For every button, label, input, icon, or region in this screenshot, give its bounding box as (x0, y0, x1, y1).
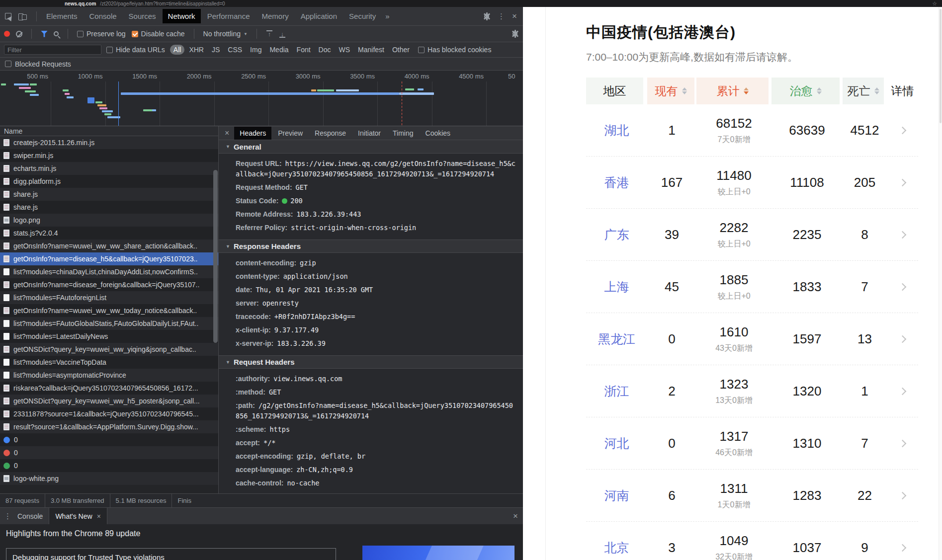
covid-table-row[interactable]: 广东 39 2282 较上日+0 2235 8 (586, 209, 918, 261)
devtools-tab[interactable]: Sources (123, 9, 162, 23)
region-link[interactable]: 河北 (586, 435, 647, 452)
region-link[interactable]: 河南 (586, 487, 647, 504)
device-toolbar-icon[interactable] (18, 12, 27, 20)
devtools-tab[interactable]: Memory (257, 9, 294, 23)
detail-cell[interactable] (887, 336, 918, 342)
has-blocked-cookies-checkbox[interactable] (418, 47, 425, 53)
covid-table-row[interactable]: 浙江 2 1323 13天0新增 1320 1 (586, 365, 918, 417)
covid-table-row[interactable]: 黑龙江 0 1610 43天0新增 1597 13 (586, 313, 918, 365)
network-request-row[interactable]: result?source=1&callback=AppPlatform.Sur… (0, 420, 218, 433)
covid-table-column-header[interactable]: 详情 (887, 78, 918, 104)
devtools-tab[interactable]: Security (343, 9, 381, 23)
network-request-row[interactable]: logo.png (0, 214, 218, 227)
drawer-menu-icon[interactable]: ⋮ (4, 512, 11, 521)
network-request-row[interactable]: share.js (0, 201, 218, 214)
detail-cell[interactable] (887, 545, 918, 551)
network-request-row[interactable]: swiper.min.js (0, 149, 218, 162)
network-request-row[interactable]: createjs-2015.11.26.min.js (0, 136, 218, 149)
network-request-row[interactable]: list?modules=chinaDayList,chinaDayAddLis… (0, 265, 218, 278)
network-request-row[interactable]: list?modules=FAutoforeignList (0, 291, 218, 304)
covid-table-row[interactable]: 河北 0 1317 46天0新增 1310 7 (586, 417, 918, 470)
devtools-tab[interactable]: Elements (41, 9, 83, 23)
network-request-row[interactable]: stats.js?v2.0.4 (0, 227, 218, 240)
region-link[interactable]: 浙江 (586, 383, 647, 400)
details-tab[interactable]: Preview (272, 127, 308, 140)
filter-funnel-icon[interactable] (41, 31, 48, 37)
network-request-row[interactable]: share.js (0, 188, 218, 201)
network-request-row[interactable]: list?modules=asymptomaticProvince (0, 369, 218, 382)
detail-cell[interactable] (887, 284, 918, 290)
request-headers-section-header[interactable]: ▼ Request Headers (219, 355, 523, 369)
more-options-icon[interactable]: ⋮ (498, 12, 505, 21)
network-request-row[interactable]: getONSDict?query_key=wuwei_ww_yiqing&jso… (0, 343, 218, 356)
detail-cell[interactable] (887, 180, 918, 185)
details-tab[interactable]: Response (309, 127, 351, 140)
preserve-log-checkbox[interactable] (77, 31, 84, 37)
network-request-row[interactable]: list?modules=LatestDailyNews (0, 330, 218, 343)
sort-arrows-icon[interactable] (744, 87, 749, 94)
resource-type-filter[interactable]: Font (293, 45, 314, 55)
network-request-row[interactable]: 0 (0, 459, 218, 472)
hide-data-urls-checkbox[interactable] (106, 47, 113, 53)
inspect-element-icon[interactable] (5, 12, 13, 20)
resource-type-filter[interactable]: Media (266, 45, 292, 55)
region-link[interactable]: 上海 (586, 279, 647, 295)
covid-table-row[interactable]: 上海 45 1885 较上日+0 1833 7 (586, 261, 918, 313)
covid-table-column-header[interactable]: 现有 (647, 78, 694, 104)
devtools-tab[interactable]: Application (295, 9, 343, 23)
sort-arrows-icon[interactable] (874, 87, 879, 94)
filter-input[interactable] (4, 45, 101, 55)
throttling-select[interactable]: No throttling ▼ (203, 30, 248, 38)
record-network-log-button[interactable] (4, 31, 10, 37)
request-list-scrollbar[interactable] (213, 170, 218, 343)
region-link[interactable]: 湖北 (586, 122, 647, 139)
url-host[interactable]: news.qq.com (65, 1, 96, 6)
network-request-row[interactable]: 0 (0, 433, 218, 446)
blocked-requests-checkbox[interactable] (5, 61, 11, 67)
network-request-row[interactable]: getOnsInfo?name=disease_h5&callback=jQue… (0, 252, 218, 265)
drawer-tab-whats-new[interactable]: What's New × (49, 508, 107, 524)
network-request-row[interactable]: digg.platform.js (0, 175, 218, 188)
resource-type-filter[interactable]: Doc (315, 45, 335, 55)
export-har-icon[interactable]: ↓ (279, 30, 286, 38)
covid-table-column-header[interactable]: 治愈 (771, 78, 840, 104)
sort-arrows-icon[interactable] (817, 87, 822, 94)
network-request-row[interactable]: riskarea?callback=jQuery3510702340796545… (0, 382, 218, 395)
close-details-icon[interactable]: × (220, 129, 234, 138)
bookmark-star-icon[interactable]: ☆ (932, 0, 937, 7)
network-request-row[interactable]: getOnsInfo?name=wuwei_ww_ww_share_action… (0, 240, 218, 252)
covid-table-column-header[interactable]: 地区 (586, 78, 643, 104)
import-har-icon[interactable]: ↑ (266, 30, 273, 38)
devtools-tab[interactable]: Network (163, 9, 201, 23)
resource-type-filter[interactable]: Other (389, 45, 413, 55)
resource-type-filter[interactable]: JS (208, 45, 223, 55)
disable-cache-checkbox[interactable] (132, 31, 138, 37)
details-tab[interactable]: Cookies (420, 127, 456, 140)
response-headers-section-header[interactable]: ▼ Response Headers (219, 240, 523, 253)
settings-gear-icon[interactable] (483, 12, 491, 20)
details-tab[interactable]: Timing (387, 127, 419, 140)
network-request-row[interactable]: getOnsInfo?name=disease_foreign&callback… (0, 278, 218, 291)
resource-type-filter[interactable]: Manifest (354, 45, 388, 55)
detail-cell[interactable] (887, 232, 918, 238)
network-overview[interactable]: 500 ms1000 ms1500 ms2000 ms2500 ms3000 m… (0, 71, 523, 126)
close-drawer-icon[interactable]: × (513, 512, 518, 520)
resource-type-filter[interactable]: Img (247, 45, 265, 55)
resource-type-filter[interactable]: CSS (224, 45, 246, 55)
resource-type-filter[interactable]: All (170, 45, 185, 55)
request-list-name-column-header[interactable]: Name (0, 126, 218, 136)
close-whats-new-icon[interactable]: × (97, 513, 101, 520)
details-tab[interactable]: Initiator (352, 127, 386, 140)
network-request-row[interactable]: echarts.min.js (0, 162, 218, 175)
region-link[interactable]: 黑龙江 (586, 331, 647, 347)
general-section-header[interactable]: ▼ General (219, 140, 523, 154)
covid-table-column-header[interactable]: 累计 (696, 78, 769, 104)
details-tab[interactable]: Headers (234, 127, 271, 140)
covid-table-row[interactable]: 香港 167 11480 较上日+0 11108 205 (586, 157, 918, 209)
detail-cell[interactable] (887, 389, 918, 394)
region-link[interactable]: 广东 (586, 227, 647, 243)
network-request-row[interactable]: list?modules=VaccineTopData (0, 356, 218, 369)
devtools-tab[interactable]: Console (84, 9, 122, 23)
network-request-row[interactable]: getOnsInfo?name=wuwei_ww_ww_today_notice… (0, 304, 218, 317)
covid-table-row[interactable]: 北京 3 1049 32天0新增 1037 9 (586, 522, 918, 560)
